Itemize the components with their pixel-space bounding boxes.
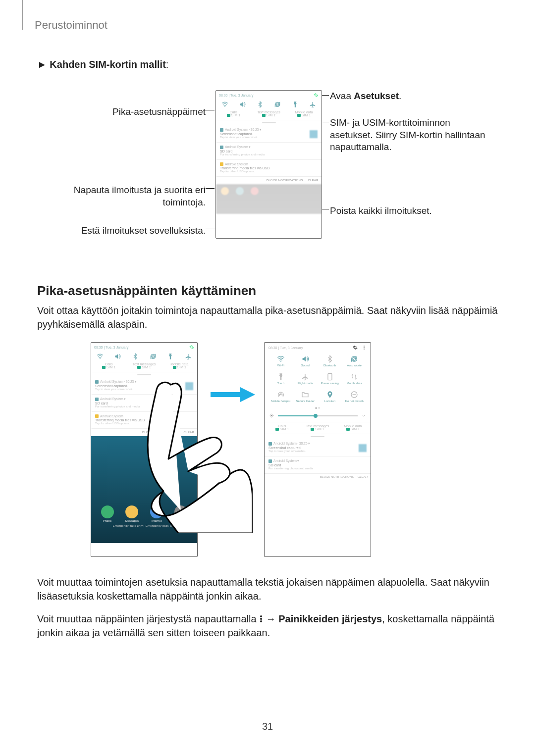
rotate-icon[interactable] — [274, 101, 281, 108]
quick-settings-grid: Wi-Fi Sound Bluetooth Auto rotate Torch … — [265, 353, 371, 405]
sim-icon — [227, 114, 230, 117]
sun-icon — [269, 413, 274, 418]
app-icon — [220, 146, 223, 149]
page-header: Perustoiminnot — [35, 19, 498, 32]
diagram-swipe-expand: 08:30 | Tue, 3 January CallsSIM 1 Text m… — [37, 340, 498, 568]
notification-item[interactable]: Android System · 30:25 ▾ Screenshot capt… — [216, 125, 321, 143]
rotate-icon[interactable] — [150, 353, 157, 360]
folder-icon[interactable] — [301, 391, 309, 399]
paragraph: Voit muuttaa näppäinten järjestystä napa… — [37, 612, 498, 640]
more-icon — [259, 615, 263, 624]
gear-icon[interactable] — [314, 93, 319, 98]
callout-tap-notification: Napauta ilmoitusta ja suorita eri toimin… — [37, 184, 206, 208]
status-bar: 08:30 | Tue, 3 January — [216, 91, 321, 99]
callout-clear-all: Poista kaikki ilmoitukset. — [330, 205, 493, 217]
gear-icon[interactable] — [353, 345, 358, 350]
leader-line — [206, 110, 214, 110]
sim-row[interactable]: CallsSIM 1 Text messagesSIM 1 Mobile dat… — [216, 109, 321, 120]
margin-rule — [22, 0, 23, 30]
block-notifications-button[interactable]: BLOCK NOTIFICATIONS — [267, 179, 303, 182]
paragraph: Voit muuttaa toimintojen asetuksia napau… — [37, 575, 498, 603]
bluetooth-icon[interactable] — [257, 101, 264, 108]
wifi-icon[interactable] — [97, 353, 104, 360]
plane-icon[interactable] — [301, 373, 309, 381]
svg-marker-21 — [240, 387, 255, 402]
phone-mock-left: 08:30 | Tue, 3 January CallsSIM 1 Text m… — [91, 342, 198, 557]
triangle-icon: ► — [37, 59, 47, 70]
sim-icon — [262, 114, 266, 117]
sound-icon[interactable] — [239, 101, 246, 108]
page-indicator: ● ○ — [265, 405, 371, 411]
rotate-icon[interactable] — [350, 355, 358, 363]
hotspot-icon[interactable] — [277, 391, 285, 399]
dnd-icon[interactable] — [350, 391, 358, 399]
diagram-notification-panel: Pika-asetusnäppäimet Napauta ilmoitusta … — [37, 90, 498, 268]
svg-rect-20 — [211, 392, 241, 397]
sim-icon — [297, 114, 301, 117]
notification-footer: BLOCK NOTIFICATIONS CLEAR — [216, 177, 321, 184]
drag-handle[interactable] — [262, 122, 276, 123]
section-marker: ► Kahden SIM-kortin mallit: — [37, 59, 498, 70]
phone-mock-right: 08:30 | Tue, 3 January Wi-Fi Sound Bluet… — [264, 342, 371, 557]
quick-settings-row — [216, 99, 321, 109]
sound-icon[interactable] — [301, 355, 309, 363]
torch-icon[interactable] — [277, 373, 285, 381]
updown-icon[interactable] — [350, 373, 358, 381]
result-arrow-icon — [211, 387, 255, 402]
home-preview — [216, 184, 321, 214]
app-icon — [220, 128, 223, 132]
wifi-icon[interactable] — [277, 355, 285, 363]
location-icon[interactable] — [326, 391, 334, 399]
brightness-slider[interactable] — [265, 411, 371, 422]
phone-mock: 08:30 | Tue, 3 January CallsSIM 1 Text m… — [215, 90, 322, 239]
notification-item[interactable]: Android System ▾ SD card For transferrin… — [216, 143, 321, 160]
thumbnail — [310, 130, 318, 138]
clear-button[interactable]: CLEAR — [308, 179, 319, 182]
wifi-icon[interactable] — [221, 101, 228, 108]
callout-quick-settings-keys: Pika-asetusnäppäimet — [37, 106, 206, 118]
more-icon[interactable] — [362, 345, 367, 350]
page-number: 31 — [0, 721, 535, 732]
chevron-down-icon[interactable] — [362, 414, 366, 418]
torch-icon[interactable] — [292, 101, 299, 108]
sound-icon[interactable] — [114, 353, 121, 360]
callout-block-apps: Estä ilmoitukset sovelluksista. — [37, 225, 206, 237]
callout-open-settings: Avaa Asetukset. — [330, 90, 493, 102]
paragraph: Voit ottaa käyttöön joitakin toimintoja … — [37, 303, 498, 331]
notification-item[interactable]: Android System Transferring media files … — [216, 160, 321, 177]
callout-sim-settings: SIM- ja USIM-korttitoiminnon asetukset. … — [330, 117, 493, 153]
bluetooth-icon[interactable] — [326, 355, 334, 363]
torch-icon[interactable] — [167, 353, 174, 360]
leader-line — [206, 188, 214, 189]
plane-icon[interactable] — [309, 101, 316, 108]
section-title: Pika-asetusnäppäinten käyttäminen — [37, 283, 498, 299]
bluetooth-icon[interactable] — [132, 353, 139, 360]
plane-icon[interactable] — [185, 353, 192, 360]
battery-icon[interactable] — [326, 373, 334, 381]
gear-icon[interactable] — [189, 345, 194, 350]
app-icon — [220, 162, 223, 166]
